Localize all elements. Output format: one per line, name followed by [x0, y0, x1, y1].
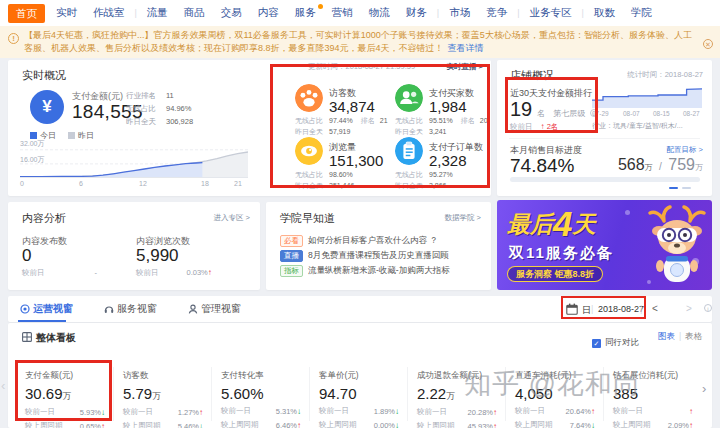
checkbox-checked-icon[interactable]: ✓ — [592, 339, 601, 348]
double11-promo-banner[interactable]: 最后4天 双11服务必备 服务洞察 钜惠8.8折 — [497, 200, 712, 290]
nav-item-logistics[interactable]: 物流 — [364, 6, 395, 20]
nav-item-content[interactable]: 内容 — [253, 6, 284, 20]
content-analysis-card: 内容分析 进入专区 > 内容发布数 0 较前日- 内容浏览次数 5,990 较前… — [8, 202, 260, 290]
column-divider — [309, 367, 310, 421]
column-divider — [211, 367, 212, 421]
target-icon — [20, 304, 30, 314]
tab-management-view[interactable]: 管理视窗 — [188, 302, 241, 316]
calendar-icon[interactable] — [566, 303, 578, 315]
publish-compare: 较前日- — [22, 268, 97, 278]
nav-item-warroom[interactable]: 作战室 — [88, 6, 130, 20]
suborders-sub1: 无线占比95.27% — [395, 170, 453, 180]
nav-divider: | — [437, 8, 439, 18]
view-tabs-bar: 运营视窗 服务视窗 管理视窗 日 | 2018-08-27 | < > i — [8, 296, 712, 322]
x-tick-12: 12 — [139, 180, 147, 187]
sycm-dashboard: 首页 实时 作战室 | 流量 商品 交易 内容 服务 营销 物流 财务 | 市场… — [0, 0, 720, 428]
nav-divider: | — [517, 8, 519, 18]
buyers-sub1: 无线占比95.51%排名20 — [395, 116, 488, 126]
trend-tick-1: 07-29 — [592, 110, 609, 117]
payment-amount-icon: ¥ — [30, 90, 64, 124]
buyers-users-icon — [395, 84, 423, 112]
banner-subline: 双11服务必备 — [509, 244, 614, 263]
nav-item-marketing[interactable]: 营销 — [327, 6, 358, 20]
carousel-dash-active[interactable] — [669, 187, 678, 189]
trend-tick-2: 08-07 — [623, 110, 640, 117]
nav-divider: | — [135, 8, 137, 18]
promo-notice-bar: ! 【最后4天钜惠，疯狂抢购中...】官方服务效果周榜，双11必备服务工具，可实… — [0, 26, 720, 58]
goal-values: 568万 / 759万 — [618, 156, 703, 174]
metrics-next-arrow[interactable]: › — [702, 381, 706, 396]
content-zone-link[interactable]: 进入专区 > — [214, 213, 250, 223]
legend-yesterday-swatch — [68, 132, 75, 139]
metric-ztc-spend: 直通车消耗(元) 4,050 较前一日20.64%↑ 较上周同期7.64%↓ — [515, 370, 601, 428]
nav-item-competition[interactable]: 竞争 — [481, 6, 512, 20]
date-granularity[interactable]: 日 — [582, 304, 591, 317]
trend-arrow-icon: ↓ — [395, 407, 399, 416]
column-divider — [407, 367, 408, 421]
view-table-link[interactable]: 表格 — [685, 331, 702, 343]
banner-pill: 服务洞察 钜惠8.8折 — [507, 266, 603, 282]
visitors-paw-icon — [295, 84, 323, 112]
trend-tick-3: 08-15 — [653, 110, 670, 117]
carousel-dash[interactable] — [682, 187, 691, 189]
pageviews-eye-icon — [295, 137, 323, 165]
nav-item-data[interactable]: 取数 — [589, 6, 620, 20]
academy-item-1[interactable]: 必看如何分析目标客户喜欢什么内容 ？ — [280, 235, 438, 247]
realtime-live-link[interactable]: 实时直播 > — [447, 62, 483, 72]
tab-operations-view[interactable]: 运营视窗 — [20, 302, 73, 316]
industry-rank-row: 行业排名11 — [126, 91, 174, 101]
academy-item-2[interactable]: 直播8月免费直播课程预告及历史直播回顾 — [280, 250, 449, 262]
nav-item-bizzone[interactable]: 业务专区 — [525, 6, 577, 20]
board-title: 整体看板 — [36, 331, 76, 345]
legend-today-swatch — [30, 132, 37, 139]
academy-item-3[interactable]: 指标流量纵横新增来源-收藏-加购两大指标 — [280, 265, 450, 277]
headset-icon — [104, 304, 114, 314]
board-grid-icon — [22, 332, 32, 342]
view-chart-link[interactable]: 图表 — [658, 331, 675, 343]
metrics-prev-arrow[interactable]: ‹ — [1, 378, 5, 393]
nav-item-market[interactable]: 市场 — [444, 6, 475, 20]
decor-dot — [625, 210, 630, 215]
nav-item-home[interactable]: 首页 — [8, 4, 45, 23]
peer-compare-toggle[interactable]: ✓同行对比 — [592, 331, 639, 349]
visitors-value: 34,874 — [329, 98, 375, 115]
metric-visitors: 访客数 5.79万 较前一日1.27%↑ 较上周同期5.46%↓ — [123, 370, 209, 428]
trend-arrow-icon: ↑ — [591, 407, 595, 416]
deer-mascot — [645, 204, 709, 288]
nav-item-finance[interactable]: 财务 — [401, 6, 432, 20]
academy-link[interactable]: 数据学院 > — [445, 213, 481, 223]
view-count-value: 5,990 — [136, 246, 179, 266]
nav-item-trade[interactable]: 交易 — [216, 6, 247, 20]
nav-item-academy[interactable]: 学院 — [626, 6, 657, 20]
date-prev-button[interactable]: < — [652, 303, 658, 314]
trend-arrow-icon: ↓ — [395, 421, 399, 428]
publish-count-value: 0 — [22, 246, 31, 266]
notice-detail-link[interactable]: 查看详情 — [448, 43, 484, 53]
close-icon[interactable]: ✕ — [703, 39, 713, 49]
trend-arrow-icon: ↑ — [199, 408, 203, 417]
trend-arrow-icon: ↑ — [101, 422, 105, 428]
person-icon — [188, 304, 198, 314]
column-divider — [505, 367, 506, 421]
overall-board-card: 整体看板 ✓同行对比 图表 | 表格 支付金额(元) 30.69万 较前一日5.… — [8, 323, 712, 428]
active-tab-underline — [18, 320, 66, 322]
nav-item-traffic[interactable]: 流量 — [142, 6, 173, 20]
date-value[interactable]: 2018-08-27 — [598, 304, 644, 314]
goal-config-link[interactable]: 配置目标 > — [667, 145, 703, 155]
nav-item-service[interactable]: 服务 — [290, 6, 321, 20]
x-tick-6: 6 — [79, 180, 83, 187]
academy-card: 学院早知道 数据学院 > 必看如何分析目标客户喜欢什么内容 ？ 直播8月免费直播… — [266, 202, 491, 290]
tag-metric: 指标 — [280, 265, 303, 277]
shop-level: 第七层级 — [553, 109, 585, 118]
tab-service-view[interactable]: 服务视窗 — [104, 302, 157, 316]
visitors-sub1: 无线占比97.44%排名21 — [295, 116, 388, 126]
buyers-sub2: 昨日全天3,241 — [395, 127, 447, 137]
trend-arrow-icon: ↑ — [689, 407, 693, 416]
nav-item-goods[interactable]: 商品 — [179, 6, 210, 20]
academy-title: 学院早知道 — [280, 211, 335, 226]
nav-item-realtime[interactable]: 实时 — [51, 6, 82, 20]
shop-title: 店铺概况 — [510, 68, 554, 83]
date-info-icon[interactable]: i — [704, 304, 712, 312]
buyers-value: 1,984 — [429, 98, 467, 115]
date-next-button[interactable]: > — [686, 303, 692, 314]
